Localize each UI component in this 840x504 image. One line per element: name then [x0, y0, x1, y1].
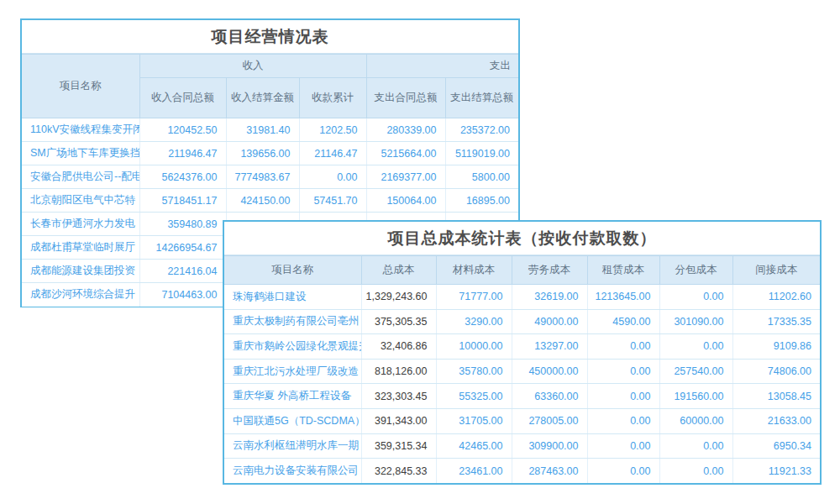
cost-report-panel: 项目总成本统计表（按收付款取数） 项目名称 总成本 材料成本 劳务成本 租赁成本… [223, 220, 822, 485]
value-cell: 31705.00 [436, 408, 512, 433]
value-cell: 42465.00 [436, 433, 512, 459]
project-name-cell: 成都能源建设集团投资 [22, 260, 139, 283]
project-name-cell: 云南水利枢纽潜明水库一期 [224, 433, 361, 459]
table-row[interactable]: 安徽合肥供电公司--配电5624376.007774983.670.002169… [22, 165, 518, 189]
value-cell: 49000.00 [512, 309, 587, 334]
value-cell: 21146.47 [299, 142, 366, 165]
column-group-expense: 支出 [366, 55, 518, 78]
value-cell: 818,126.00 [361, 359, 436, 384]
value-cell: 0.00 [659, 459, 732, 484]
value-cell: 63360.00 [512, 384, 587, 409]
value-cell: 359480.89 [139, 213, 226, 236]
value-cell: 0.00 [587, 408, 659, 433]
project-name-cell: 中国联通5G（TD-SCDMA） [224, 408, 361, 433]
value-cell: 35780.00 [436, 359, 512, 384]
column-header-income-settlement: 收入结算金额 [226, 78, 299, 118]
table-row[interactable]: 珠海鹤港口建设1,329,243.6071777.0032619.0012136… [224, 285, 820, 310]
value-cell: 71777.00 [436, 285, 512, 310]
column-header-expense-contract-total: 支出合同总额 [366, 78, 445, 118]
project-name-cell: 成都杜甫草堂临时展厅 [22, 236, 139, 260]
value-cell: 280339.00 [366, 118, 445, 142]
value-cell: 32619.00 [512, 285, 587, 310]
column-header-project-name: 项目名称 [224, 256, 361, 285]
value-cell: 55325.00 [436, 384, 512, 409]
value-cell: 450000.00 [512, 359, 587, 384]
value-cell: 301090.00 [659, 309, 732, 334]
value-cell: 4590.00 [587, 309, 659, 334]
value-cell: 5624376.00 [139, 165, 226, 189]
value-cell: 211946.47 [139, 142, 226, 165]
cost-table-title: 项目总成本统计表（按收付款取数） [224, 222, 820, 255]
table-row[interactable]: 北京朝阳区电气中芯特5718451.17424150.0057451.70150… [22, 189, 518, 213]
value-cell: 5800.00 [445, 165, 518, 189]
project-name-cell: SM广场地下车库更换挡 [22, 142, 139, 165]
value-cell: 0.00 [587, 459, 659, 484]
value-cell: 32,406.86 [361, 334, 436, 360]
project-name-cell: 长春市伊通河水力发电 [22, 213, 139, 236]
value-cell: 2169377.00 [366, 165, 445, 189]
value-cell: 150064.00 [366, 189, 445, 213]
table-row[interactable]: 中国联通5G（TD-SCDMA）391,343.0031705.00278005… [224, 408, 820, 433]
project-name-cell: 成都沙河环境综合提升 [22, 283, 139, 307]
value-cell: 235372.00 [445, 118, 518, 142]
project-name-cell: 重庆市鹅岭公园绿化景观提升 [224, 334, 361, 360]
value-cell: 191560.00 [659, 384, 732, 409]
column-header-income-contract-total: 收入合同总额 [139, 78, 226, 118]
value-cell: 359,315.34 [361, 433, 436, 459]
column-group-income: 收入 [139, 55, 366, 78]
value-cell: 323,303.45 [361, 384, 436, 409]
project-name-cell: 重庆江北污水处理厂级改造 [224, 359, 361, 384]
value-cell: 11202.60 [732, 285, 820, 310]
value-cell: 0.00 [587, 359, 659, 384]
value-cell: 13058.45 [732, 384, 820, 409]
table-row[interactable]: 云南电力设备安装有限公司322,845.3323461.00287463.000… [224, 459, 820, 484]
project-name-cell: 110kV安徽线程集变开闭 [22, 118, 139, 142]
table-row[interactable]: 110kV安徽线程集变开闭120452.5031981.401202.50280… [22, 118, 518, 142]
project-name-cell: 珠海鹤港口建设 [224, 285, 361, 310]
value-cell: 1,329,243.60 [361, 285, 436, 310]
column-header-total-cost: 总成本 [361, 256, 436, 285]
value-cell: 391,343.00 [361, 408, 436, 433]
table-row[interactable]: 重庆市鹅岭公园绿化景观提升32,406.8610000.0013297.000.… [224, 334, 820, 360]
project-name-cell: 北京朝阳区电气中芯特 [22, 189, 139, 213]
table-row[interactable]: 云南水利枢纽潜明水库一期359,315.3442465.00309900.000… [224, 433, 820, 459]
table-row[interactable]: 重庆江北污水处理厂级改造818,126.0035780.00450000.000… [224, 359, 820, 384]
value-cell: 11921.33 [732, 459, 820, 484]
value-cell: 21633.00 [732, 408, 820, 433]
value-cell: 13297.00 [512, 334, 587, 360]
column-header-receipts-accumulated: 收款累计 [299, 78, 366, 118]
table-row[interactable]: 重庆太极制药有限公司亳州375,305.353290.0049000.00459… [224, 309, 820, 334]
cost-table-header: 项目名称 总成本 材料成本 劳务成本 租赁成本 分包成本 间接成本 [224, 256, 820, 285]
value-cell: 5119019.00 [445, 142, 518, 165]
report-canvas: 项目经营情况表 项目名称 收入 支出 收入合同总额 收入结算金额 收款累计 支出… [0, 0, 840, 504]
value-cell: 31981.40 [226, 118, 299, 142]
value-cell: 322,845.33 [361, 459, 436, 484]
value-cell: 1202.50 [299, 118, 366, 142]
value-cell: 5215664.00 [366, 142, 445, 165]
column-header-rental-cost: 租赁成本 [587, 256, 659, 285]
value-cell: 375,305.35 [361, 309, 436, 334]
value-cell: 57451.70 [299, 189, 366, 213]
value-cell: 309900.00 [512, 433, 587, 459]
value-cell: 0.00 [587, 334, 659, 360]
column-header-indirect-cost: 间接成本 [732, 256, 820, 285]
table-row[interactable]: SM广场地下车库更换挡211946.47139656.0021146.47521… [22, 142, 518, 165]
value-cell: 5718451.17 [139, 189, 226, 213]
value-cell: 0.00 [587, 433, 659, 459]
value-cell: 1213645.00 [587, 285, 659, 310]
value-cell: 16895.00 [445, 189, 518, 213]
value-cell: 257540.00 [659, 359, 732, 384]
value-cell: 7104463.00 [139, 283, 226, 307]
column-header-project-name: 项目名称 [22, 55, 139, 118]
table-row[interactable]: 重庆华夏 外高桥工程设备323,303.4555325.0063360.000.… [224, 384, 820, 409]
cost-table-body: 珠海鹤港口建设1,329,243.6071777.0032619.0012136… [224, 285, 820, 484]
column-header-expense-settlement-total: 支出结算总额 [445, 78, 518, 118]
project-name-cell: 重庆华夏 外高桥工程设备 [224, 384, 361, 409]
operation-table-title: 项目经营情况表 [22, 20, 518, 54]
column-header-subcontract-cost: 分包成本 [659, 256, 732, 285]
value-cell: 139656.00 [226, 142, 299, 165]
cost-table: 项目名称 总成本 材料成本 劳务成本 租赁成本 分包成本 间接成本 珠海鹤港口建… [224, 255, 820, 483]
project-name-cell: 重庆太极制药有限公司亳州 [224, 309, 361, 334]
value-cell: 6950.34 [732, 433, 820, 459]
value-cell: 0.00 [299, 165, 366, 189]
